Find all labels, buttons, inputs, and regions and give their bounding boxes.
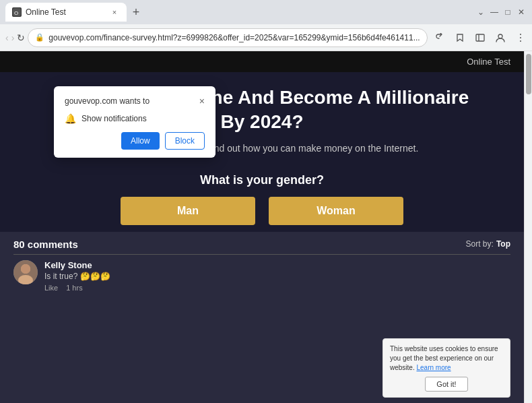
svg-point-11 — [21, 264, 30, 274]
menu-icon[interactable] — [511, 28, 530, 47]
comments-count: 80 comments — [13, 239, 78, 250]
minimize-button[interactable]: — — [489, 7, 500, 18]
svg-point-5 — [520, 34, 521, 35]
commenter-name: Kelly Stone — [44, 260, 510, 270]
tab-close-button[interactable]: × — [109, 7, 120, 18]
comment-item: Kelly Stone Is it true? 🤔🤔🤔 Like 1 hrs — [13, 260, 510, 292]
active-tab[interactable]: O Online Test × — [5, 3, 127, 22]
svg-point-4 — [498, 34, 502, 38]
popup-notification-text: Show notifications — [81, 114, 147, 123]
nav-right-icons — [430, 28, 530, 47]
url-text: gouvevop.com/finance-survey.html?z=69998… — [48, 33, 420, 42]
tab-favicon: O — [12, 7, 22, 17]
comment-actions: Like 1 hrs — [44, 284, 510, 292]
nav-bar: ‹ › ↻ 🔒 gouvevop.com/finance-survey.html… — [0, 24, 532, 51]
site-nav: Online Test — [0, 51, 524, 72]
popup-title: gouvevop.com wants to — [65, 96, 149, 106]
comment-body: Kelly Stone Is it true? 🤔🤔🤔 Like 1 hrs — [44, 260, 510, 292]
gender-question: What is your gender? — [40, 173, 484, 187]
sort-value[interactable]: Top — [496, 239, 510, 249]
bell-icon: 🔔 — [65, 113, 76, 124]
cookie-learn-more-link[interactable]: Learn more — [416, 364, 451, 371]
comment-text: Is it true? 🤔🤔🤔 — [44, 272, 510, 281]
woman-button[interactable]: Woman — [269, 197, 403, 225]
cookie-accept-button[interactable]: Got it! — [425, 377, 467, 392]
gender-buttons: Man Woman — [40, 197, 484, 225]
comment-time: 1 hrs — [66, 284, 82, 292]
maximize-button[interactable]: □ — [502, 7, 513, 18]
cookie-notice: This website uses cookies to ensure you … — [383, 338, 510, 398]
man-button[interactable]: Man — [121, 197, 255, 225]
chevron-icon[interactable]: ⌄ — [475, 7, 486, 18]
title-bar: O Online Test × + ⌄ — □ ✕ — [0, 0, 532, 24]
block-button[interactable]: Block — [165, 132, 205, 150]
allow-button[interactable]: Allow — [121, 132, 160, 150]
share-icon[interactable] — [430, 28, 449, 47]
sort-label: Sort by: — [466, 239, 494, 249]
svg-text:O: O — [14, 10, 18, 16]
svg-rect-2 — [476, 34, 484, 41]
svg-point-6 — [520, 37, 521, 38]
refresh-button[interactable]: ↻ — [17, 28, 25, 47]
scroll-thumb[interactable] — [526, 54, 531, 94]
scrollbar[interactable] — [524, 51, 532, 403]
lock-icon: 🔒 — [35, 33, 44, 42]
popup-header: gouvevop.com wants to × — [65, 96, 205, 106]
popup-close-button[interactable]: × — [199, 96, 205, 106]
svg-point-7 — [520, 40, 521, 42]
tab-area: O Online Test × + — [5, 3, 473, 22]
address-bar[interactable]: 🔒 gouvevop.com/finance-survey.html?z=699… — [28, 28, 427, 47]
window-controls: ⌄ — □ ✕ — [475, 7, 527, 18]
profile-icon[interactable] — [491, 28, 510, 47]
sidebar-icon[interactable] — [471, 28, 490, 47]
new-tab-button[interactable]: + — [127, 3, 145, 22]
popup-buttons: Allow Block — [65, 132, 205, 150]
browser-window: O Online Test × + ⌄ — □ ✕ ‹ › ↻ 🔒 gouvev… — [0, 0, 532, 403]
popup-row: 🔔 Show notifications — [65, 113, 205, 124]
avatar — [13, 260, 38, 284]
forward-button[interactable]: › — [11, 28, 15, 47]
gender-section: What is your gender? Man Woman — [0, 173, 524, 232]
bookmark-icon[interactable] — [451, 28, 469, 47]
tab-title: Online Test — [26, 7, 105, 17]
sort-by: Sort by: Top — [466, 239, 510, 249]
notification-popup: gouvevop.com wants to × 🔔 Show notificat… — [54, 86, 215, 158]
back-button[interactable]: ‹ — [5, 28, 9, 47]
comments-divider — [13, 254, 510, 255]
page-area: risk.com Online Test Great Career Online… — [0, 51, 532, 403]
like-button[interactable]: Like — [44, 284, 58, 292]
website: risk.com Online Test Great Career Online… — [0, 51, 524, 403]
site-nav-label: Online Test — [467, 57, 510, 67]
close-button[interactable]: ✕ — [516, 7, 527, 18]
cookie-text: This website uses cookies to ensure you … — [390, 344, 503, 373]
comments-header: 80 comments Sort by: Top — [13, 239, 510, 250]
